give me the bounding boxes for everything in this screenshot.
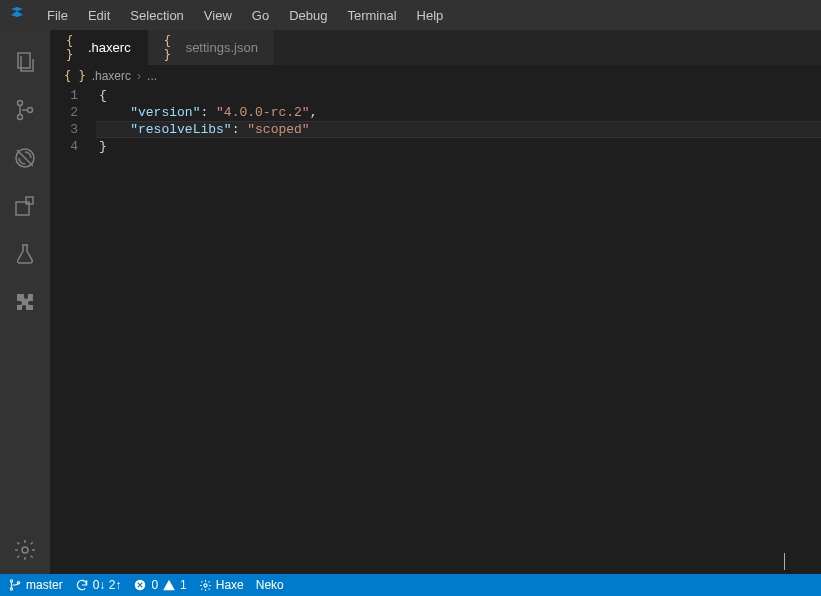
status-bar: master 0↓ 2↑ 0 1 Haxe Neko [0, 574, 821, 596]
menu-view[interactable]: View [195, 4, 241, 27]
menu-file[interactable]: File [38, 4, 77, 27]
code-token: , [310, 105, 318, 120]
status-language[interactable]: Haxe [199, 578, 244, 592]
menu-selection[interactable]: Selection [121, 4, 192, 27]
status-sync-label: 0↓ 2↑ [93, 578, 122, 592]
svg-point-12 [204, 583, 207, 586]
extensions-icon[interactable] [0, 182, 50, 230]
line-number: 3 [50, 121, 78, 138]
files-icon[interactable] [0, 38, 50, 86]
breadcrumb-tail: ... [147, 69, 157, 83]
tab-settings-json[interactable]: { } settings.json [148, 30, 275, 65]
line-number: 2 [50, 104, 78, 121]
app-icon [8, 6, 26, 24]
tab-label: .haxerc [88, 40, 131, 55]
svg-point-7 [22, 547, 28, 553]
tab-label: settings.json [186, 40, 258, 55]
tab-haxerc[interactable]: { } .haxerc [50, 30, 148, 65]
status-warnings-count: 1 [180, 578, 187, 592]
activity-bar [0, 30, 50, 574]
svg-point-2 [18, 115, 23, 120]
menu-debug[interactable]: Debug [280, 4, 336, 27]
chevron-right-icon: › [137, 69, 141, 83]
svg-point-9 [10, 588, 12, 590]
svg-point-8 [10, 580, 12, 582]
menu-terminal[interactable]: Terminal [338, 4, 405, 27]
line-number: 1 [50, 87, 78, 104]
status-problems[interactable]: 0 1 [133, 578, 186, 592]
text-cursor-icon [784, 553, 785, 570]
svg-point-3 [28, 108, 33, 113]
code-token: : [200, 105, 216, 120]
json-icon: { } [64, 69, 86, 83]
gear-icon[interactable] [0, 526, 50, 574]
status-language-label: Haxe [216, 578, 244, 592]
editor-area: { } .haxerc { } settings.json { } .haxer… [50, 30, 821, 574]
scm-icon[interactable] [0, 86, 50, 134]
status-errors-count: 0 [151, 578, 158, 592]
beaker-icon[interactable] [0, 230, 50, 278]
tabs-row: { } .haxerc { } settings.json [50, 30, 821, 65]
line-number: 4 [50, 138, 78, 155]
status-branch-label: master [26, 578, 63, 592]
code-token: "4.0.0-rc.2" [216, 105, 310, 120]
code-token: } [99, 139, 107, 154]
editor-body[interactable]: 1 2 3 4 { "version": "4.0.0-rc.2", "reso… [50, 87, 821, 574]
status-runtime[interactable]: Neko [256, 578, 284, 592]
status-sync[interactable]: 0↓ 2↑ [75, 578, 122, 592]
breadcrumb[interactable]: { } .haxerc › ... [50, 65, 821, 87]
status-runtime-label: Neko [256, 578, 284, 592]
svg-rect-0 [18, 53, 30, 68]
menubar: File Edit Selection View Go Debug Termin… [0, 0, 821, 30]
menu-go[interactable]: Go [243, 4, 278, 27]
menu-help[interactable]: Help [408, 4, 453, 27]
json-icon: { } [164, 40, 180, 56]
puzzle-icon[interactable] [0, 278, 50, 326]
line-gutter: 1 2 3 4 [50, 87, 96, 574]
code-content[interactable]: { "version": "4.0.0-rc.2", "resolveLibs"… [96, 87, 821, 574]
breadcrumb-file: .haxerc [92, 69, 131, 83]
menu-edit[interactable]: Edit [79, 4, 119, 27]
svg-point-1 [18, 101, 23, 106]
status-git-branch[interactable]: master [8, 578, 63, 592]
code-token: { [99, 88, 107, 103]
code-token: : [232, 122, 248, 137]
json-icon: { } [66, 40, 82, 56]
code-token: "version" [130, 105, 200, 120]
debug-icon[interactable] [0, 134, 50, 182]
code-token: "scoped" [247, 122, 309, 137]
code-token: "resolveLibs" [130, 122, 231, 137]
